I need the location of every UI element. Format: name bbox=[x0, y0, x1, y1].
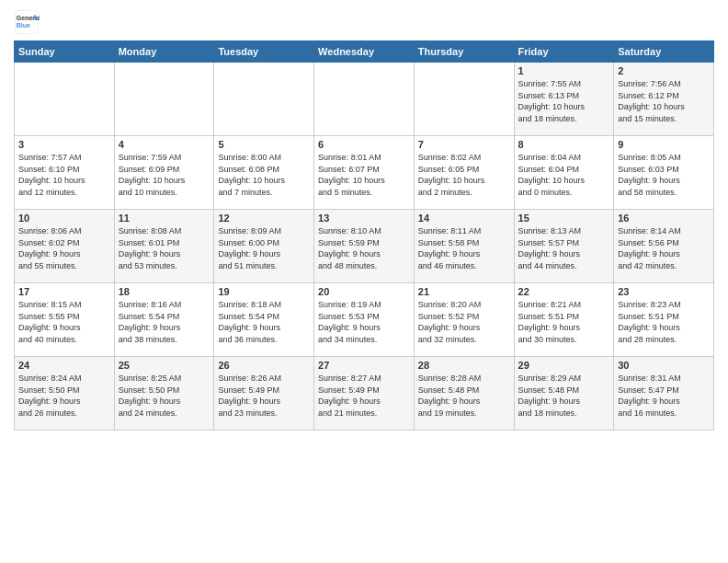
calendar-table: SundayMondayTuesdayWednesdayThursdayFrid… bbox=[14, 40, 714, 431]
cell-content: Sunrise: 8:14 AM Sunset: 5:56 PM Dayligh… bbox=[618, 225, 710, 271]
calendar-cell: 8Sunrise: 8:04 AM Sunset: 6:04 PM Daylig… bbox=[514, 136, 614, 210]
calendar-cell: 23Sunrise: 8:23 AM Sunset: 5:51 PM Dayli… bbox=[614, 283, 714, 357]
cell-content: Sunrise: 8:00 AM Sunset: 6:08 PM Dayligh… bbox=[218, 152, 310, 198]
cell-content: Sunrise: 8:13 AM Sunset: 5:57 PM Dayligh… bbox=[518, 225, 610, 271]
calendar-cell: 11Sunrise: 8:08 AM Sunset: 6:01 PM Dayli… bbox=[114, 210, 214, 283]
cell-content: Sunrise: 8:10 AM Sunset: 5:59 PM Dayligh… bbox=[318, 225, 410, 271]
calendar-cell: 1Sunrise: 7:55 AM Sunset: 6:13 PM Daylig… bbox=[514, 63, 614, 136]
day-number: 28 bbox=[418, 360, 510, 371]
calendar-cell: 9Sunrise: 8:05 AM Sunset: 6:03 PM Daylig… bbox=[614, 136, 714, 210]
calendar-cell: 24Sunrise: 8:24 AM Sunset: 5:50 PM Dayli… bbox=[15, 357, 115, 431]
day-number: 23 bbox=[618, 286, 710, 297]
day-number: 22 bbox=[518, 286, 610, 297]
day-number: 12 bbox=[218, 213, 310, 224]
day-number: 27 bbox=[318, 360, 410, 371]
day-number: 4 bbox=[119, 139, 210, 150]
logo: General Blue bbox=[14, 9, 40, 35]
day-number: 13 bbox=[318, 213, 410, 224]
svg-text:Blue: Blue bbox=[17, 22, 30, 29]
day-number: 2 bbox=[618, 65, 710, 76]
calendar-cell: 10Sunrise: 8:06 AM Sunset: 6:02 PM Dayli… bbox=[15, 210, 115, 283]
calendar-cell: 26Sunrise: 8:26 AM Sunset: 5:49 PM Dayli… bbox=[214, 357, 314, 431]
cell-content: Sunrise: 8:25 AM Sunset: 5:50 PM Dayligh… bbox=[119, 373, 210, 419]
calendar-cell: 15Sunrise: 8:13 AM Sunset: 5:57 PM Dayli… bbox=[514, 210, 614, 283]
calendar-cell: 25Sunrise: 8:25 AM Sunset: 5:50 PM Dayli… bbox=[114, 357, 214, 431]
cell-content: Sunrise: 8:01 AM Sunset: 6:07 PM Dayligh… bbox=[318, 152, 410, 198]
logo-icon: General Blue bbox=[14, 9, 40, 35]
cell-content: Sunrise: 8:09 AM Sunset: 6:00 PM Dayligh… bbox=[218, 225, 310, 271]
cell-content: Sunrise: 8:04 AM Sunset: 6:04 PM Dayligh… bbox=[518, 152, 610, 198]
calendar-week-row: 10Sunrise: 8:06 AM Sunset: 6:02 PM Dayli… bbox=[15, 210, 714, 283]
cell-content: Sunrise: 7:55 AM Sunset: 6:13 PM Dayligh… bbox=[518, 78, 610, 124]
calendar-cell bbox=[214, 63, 314, 136]
weekday-header: Friday bbox=[514, 41, 614, 63]
weekday-header: Monday bbox=[114, 41, 214, 63]
calendar-cell: 19Sunrise: 8:18 AM Sunset: 5:54 PM Dayli… bbox=[214, 283, 314, 357]
day-number: 6 bbox=[318, 139, 410, 150]
cell-content: Sunrise: 8:05 AM Sunset: 6:03 PM Dayligh… bbox=[618, 152, 710, 198]
calendar-cell: 18Sunrise: 8:16 AM Sunset: 5:54 PM Dayli… bbox=[114, 283, 214, 357]
cell-content: Sunrise: 8:15 AM Sunset: 5:55 PM Dayligh… bbox=[18, 299, 110, 345]
cell-content: Sunrise: 8:28 AM Sunset: 5:48 PM Dayligh… bbox=[418, 373, 510, 419]
calendar-cell: 3Sunrise: 7:57 AM Sunset: 6:10 PM Daylig… bbox=[15, 136, 115, 210]
cell-content: Sunrise: 8:23 AM Sunset: 5:51 PM Dayligh… bbox=[618, 299, 710, 345]
weekday-header: Sunday bbox=[15, 41, 115, 63]
cell-content: Sunrise: 8:19 AM Sunset: 5:53 PM Dayligh… bbox=[318, 299, 410, 345]
day-number: 14 bbox=[418, 213, 510, 224]
calendar-cell: 27Sunrise: 8:27 AM Sunset: 5:49 PM Dayli… bbox=[314, 357, 415, 431]
day-number: 24 bbox=[18, 360, 110, 371]
weekday-header: Saturday bbox=[614, 41, 714, 63]
day-number: 19 bbox=[218, 286, 310, 297]
cell-content: Sunrise: 8:11 AM Sunset: 5:58 PM Dayligh… bbox=[418, 225, 510, 271]
calendar-cell: 29Sunrise: 8:29 AM Sunset: 5:48 PM Dayli… bbox=[514, 357, 614, 431]
day-number: 25 bbox=[119, 360, 210, 371]
cell-content: Sunrise: 8:06 AM Sunset: 6:02 PM Dayligh… bbox=[18, 225, 110, 271]
cell-content: Sunrise: 8:20 AM Sunset: 5:52 PM Dayligh… bbox=[418, 299, 510, 345]
day-number: 16 bbox=[618, 213, 710, 224]
day-number: 9 bbox=[618, 139, 710, 150]
calendar-cell: 4Sunrise: 7:59 AM Sunset: 6:09 PM Daylig… bbox=[114, 136, 214, 210]
cell-content: Sunrise: 8:02 AM Sunset: 6:05 PM Dayligh… bbox=[418, 152, 510, 198]
weekday-header: Tuesday bbox=[214, 41, 314, 63]
day-number: 17 bbox=[18, 286, 110, 297]
day-number: 15 bbox=[518, 213, 610, 224]
day-number: 20 bbox=[318, 286, 410, 297]
weekday-header: Thursday bbox=[414, 41, 514, 63]
cell-content: Sunrise: 8:08 AM Sunset: 6:01 PM Dayligh… bbox=[119, 225, 210, 271]
calendar-week-row: 1Sunrise: 7:55 AM Sunset: 6:13 PM Daylig… bbox=[15, 63, 714, 136]
cell-content: Sunrise: 8:24 AM Sunset: 5:50 PM Dayligh… bbox=[18, 373, 110, 419]
calendar-week-row: 3Sunrise: 7:57 AM Sunset: 6:10 PM Daylig… bbox=[15, 136, 714, 210]
calendar-week-row: 17Sunrise: 8:15 AM Sunset: 5:55 PM Dayli… bbox=[15, 283, 714, 357]
page: General Blue SundayMondayTuesdayWednesda… bbox=[0, 0, 728, 440]
calendar-cell: 2Sunrise: 7:56 AM Sunset: 6:12 PM Daylig… bbox=[614, 63, 714, 136]
cell-content: Sunrise: 8:27 AM Sunset: 5:49 PM Dayligh… bbox=[318, 373, 410, 419]
day-number: 7 bbox=[418, 139, 510, 150]
cell-content: Sunrise: 8:31 AM Sunset: 5:47 PM Dayligh… bbox=[618, 373, 710, 419]
calendar-cell bbox=[414, 63, 514, 136]
cell-content: Sunrise: 8:18 AM Sunset: 5:54 PM Dayligh… bbox=[218, 299, 310, 345]
calendar-cell: 30Sunrise: 8:31 AM Sunset: 5:47 PM Dayli… bbox=[614, 357, 714, 431]
day-number: 18 bbox=[119, 286, 210, 297]
cell-content: Sunrise: 8:29 AM Sunset: 5:48 PM Dayligh… bbox=[518, 373, 610, 419]
day-number: 10 bbox=[18, 213, 110, 224]
cell-content: Sunrise: 7:57 AM Sunset: 6:10 PM Dayligh… bbox=[18, 152, 110, 198]
cell-content: Sunrise: 7:59 AM Sunset: 6:09 PM Dayligh… bbox=[119, 152, 210, 198]
day-number: 21 bbox=[418, 286, 510, 297]
weekday-header-row: SundayMondayTuesdayWednesdayThursdayFrid… bbox=[15, 41, 714, 63]
calendar-cell: 7Sunrise: 8:02 AM Sunset: 6:05 PM Daylig… bbox=[414, 136, 514, 210]
calendar-cell: 16Sunrise: 8:14 AM Sunset: 5:56 PM Dayli… bbox=[614, 210, 714, 283]
calendar-cell: 6Sunrise: 8:01 AM Sunset: 6:07 PM Daylig… bbox=[314, 136, 415, 210]
calendar-cell bbox=[114, 63, 214, 136]
cell-content: Sunrise: 7:56 AM Sunset: 6:12 PM Dayligh… bbox=[618, 78, 710, 124]
day-number: 3 bbox=[18, 139, 110, 150]
calendar-cell bbox=[314, 63, 415, 136]
cell-content: Sunrise: 8:26 AM Sunset: 5:49 PM Dayligh… bbox=[218, 373, 310, 419]
day-number: 5 bbox=[218, 139, 310, 150]
day-number: 8 bbox=[518, 139, 610, 150]
calendar-cell: 28Sunrise: 8:28 AM Sunset: 5:48 PM Dayli… bbox=[414, 357, 514, 431]
cell-content: Sunrise: 8:16 AM Sunset: 5:54 PM Dayligh… bbox=[119, 299, 210, 345]
weekday-header: Wednesday bbox=[314, 41, 415, 63]
header: General Blue bbox=[14, 9, 714, 35]
calendar-cell: 13Sunrise: 8:10 AM Sunset: 5:59 PM Dayli… bbox=[314, 210, 415, 283]
calendar-cell: 17Sunrise: 8:15 AM Sunset: 5:55 PM Dayli… bbox=[15, 283, 115, 357]
